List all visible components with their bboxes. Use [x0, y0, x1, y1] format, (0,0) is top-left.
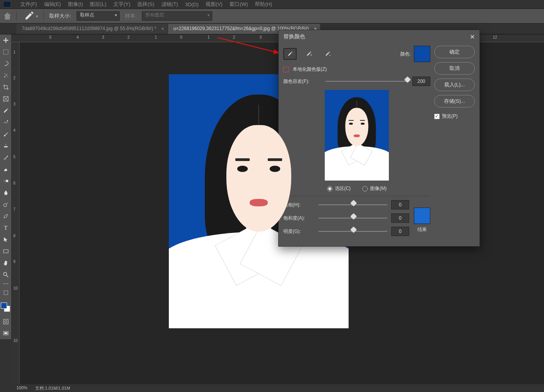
load-button[interactable]: 载入(L)...: [434, 79, 475, 91]
close-icon[interactable]: ✕: [470, 33, 475, 41]
marquee-tool[interactable]: [0, 46, 11, 58]
document-info: 文档:1.01M/1.01M: [35, 385, 70, 391]
zoom-tool[interactable]: [0, 269, 11, 281]
tool-options-bar: ▾ 取样大小: 取样点 样本: 所有图层: [0, 9, 544, 23]
divider: [43, 11, 44, 21]
eraser-tool[interactable]: [0, 163, 11, 175]
sample-size-label: 取样大小:: [49, 13, 71, 20]
screen-mode-toggle[interactable]: [0, 328, 11, 339]
document-tab[interactable]: 7da897049cd298d0459951112d398974.jpg @ 5…: [16, 24, 167, 34]
save-button[interactable]: 存储(S)...: [434, 95, 475, 107]
spot-healing-tool[interactable]: [0, 116, 11, 128]
edit-toolbar[interactable]: [0, 287, 11, 299]
fuzziness-slider[interactable]: [326, 77, 408, 85]
divider: [16, 11, 17, 21]
menu-type[interactable]: 文字(Y): [113, 1, 130, 8]
saturation-slider[interactable]: [319, 214, 387, 222]
menu-file[interactable]: 文件(F): [20, 1, 37, 8]
result-color-swatch[interactable]: [414, 208, 430, 224]
hue-slider[interactable]: [319, 201, 387, 209]
toolbox-more[interactable]: ⋯: [0, 281, 11, 287]
image-radio[interactable]: 图像(M): [362, 185, 387, 192]
svg-rect-5: [4, 180, 6, 182]
svg-rect-7: [4, 250, 8, 253]
svg-point-6: [4, 204, 7, 207]
menu-window[interactable]: 窗口(W): [229, 1, 248, 8]
type-tool[interactable]: T: [0, 222, 11, 234]
menu-view[interactable]: 视图(V): [206, 1, 222, 8]
lightness-slider[interactable]: [319, 227, 387, 235]
hue-input[interactable]: [391, 200, 409, 209]
quick-mask-toggle[interactable]: [0, 316, 11, 328]
vertical-ruler: 1 2 3 4 5 6 7 8 9 10 10: [12, 42, 20, 384]
foreground-color-swatch[interactable]: [1, 303, 7, 309]
result-label: 结果: [417, 226, 427, 233]
menu-help[interactable]: 帮助(H): [255, 1, 272, 8]
fuzziness-input[interactable]: [412, 77, 430, 86]
localized-label: 本地化颜色簇(Z): [293, 66, 327, 73]
dodge-tool[interactable]: [0, 199, 11, 210]
svg-rect-10: [4, 319, 8, 324]
localized-checkbox[interactable]: [283, 67, 289, 72]
sample-layers-label: 样本:: [125, 13, 137, 20]
svg-point-2: [7, 120, 8, 122]
sample-layers-dropdown[interactable]: 所有图层: [142, 11, 212, 21]
path-selection-tool[interactable]: [0, 234, 11, 245]
selection-radio[interactable]: 选区(C): [327, 185, 351, 192]
replace-color-dialog: 替换颜色 ✕ 颜色:: [278, 30, 480, 247]
history-brush-tool[interactable]: [0, 152, 11, 163]
eyedropper-plus-icon[interactable]: [302, 48, 315, 60]
rectangle-tool[interactable]: [0, 245, 11, 257]
ok-button[interactable]: 确定: [434, 46, 475, 58]
zoom-level[interactable]: 100%: [16, 385, 27, 391]
main-menu-bar: 文件(F) 编辑(E) 图像(I) 图层(L) 文字(Y) 选择(S) 滤镜(T…: [0, 0, 544, 9]
crop-tool[interactable]: [0, 81, 11, 93]
color-label: 颜色:: [400, 51, 411, 57]
clone-stamp-tool[interactable]: [0, 140, 11, 152]
blur-tool[interactable]: [0, 187, 11, 199]
magic-wand-tool[interactable]: [0, 70, 11, 81]
tools-panel: T ⋯: [0, 34, 12, 339]
saturation-label: 饱和度(A):: [283, 215, 315, 222]
svg-rect-9: [4, 291, 8, 295]
brush-tool[interactable]: [0, 128, 11, 140]
cancel-button[interactable]: 取消: [434, 62, 475, 75]
sample-size-dropdown[interactable]: 取样点: [77, 11, 120, 21]
svg-rect-13: [4, 332, 7, 334]
app-logo: [3, 1, 11, 7]
color-swatches[interactable]: [0, 301, 11, 316]
svg-point-3: [7, 156, 8, 156]
menu-image[interactable]: 图像(I): [68, 1, 83, 8]
lasso-tool[interactable]: [0, 58, 11, 70]
pen-tool[interactable]: [0, 210, 11, 222]
selection-preview[interactable]: [325, 90, 389, 181]
svg-rect-0: [4, 50, 8, 54]
eyedropper-minus-icon[interactable]: [321, 48, 334, 60]
menu-3d[interactable]: 3D(D): [185, 2, 199, 7]
eyedropper-icon[interactable]: [283, 48, 297, 60]
home-icon[interactable]: [4, 13, 11, 20]
menu-layer[interactable]: 图层(L): [90, 1, 106, 8]
svg-point-8: [4, 272, 7, 276]
lightness-input[interactable]: [391, 227, 409, 236]
hand-tool[interactable]: [0, 257, 11, 269]
frame-tool[interactable]: [0, 93, 11, 105]
status-bar: 100% 文档:1.01M/1.01M: [12, 384, 544, 392]
fuzziness-label: 颜色容差(F):: [283, 78, 322, 85]
preview-checkbox[interactable]: 预览(P): [434, 113, 475, 120]
saturation-input[interactable]: [391, 213, 409, 223]
dialog-titlebar[interactable]: 替换颜色 ✕: [279, 30, 480, 43]
gradient-tool[interactable]: [0, 175, 11, 187]
lightness-label: 明度(G):: [283, 228, 315, 235]
dialog-title: 替换颜色: [283, 33, 305, 40]
close-tab-icon[interactable]: ×: [161, 26, 164, 32]
eyedropper-tool-indicator[interactable]: ▾: [22, 11, 38, 21]
source-color-swatch[interactable]: [414, 46, 430, 62]
hue-label: 色相(H):: [283, 202, 315, 208]
menu-edit[interactable]: 编辑(E): [44, 1, 61, 8]
svg-point-11: [5, 320, 7, 323]
move-tool[interactable]: [0, 34, 11, 46]
menu-filter[interactable]: 滤镜(T): [161, 1, 178, 8]
eyedropper-tool[interactable]: [0, 105, 11, 116]
menu-select[interactable]: 选择(S): [137, 1, 154, 8]
